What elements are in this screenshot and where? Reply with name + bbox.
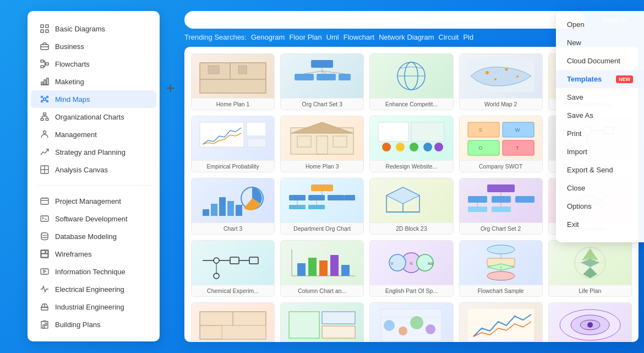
sidebar-item-database[interactable]: Database Modeling <box>31 227 156 245</box>
svg-text:S: S <box>479 127 482 133</box>
template-card-english-part[interactable]: NVAdj English Part Of Sp... <box>369 240 453 297</box>
template-card-2d-block-23[interactable]: 2D Block 23 <box>369 178 453 235</box>
right-panel-item-cloud-doc[interactable]: Cloud Document <box>556 52 644 70</box>
sidebar-item-basic-diagrams[interactable]: Basic Diagrams <box>31 20 156 37</box>
right-panel-item-open[interactable]: Open <box>556 15 644 34</box>
right-panel-item-templates[interactable]: TemplatesNEW <box>556 70 644 88</box>
template-card-enhance-competit[interactable]: Enhance Competit... <box>369 53 453 110</box>
sidebar-item-project-mgmt[interactable]: Project Management <box>31 192 156 210</box>
svg-rect-3 <box>46 30 48 32</box>
svg-marker-134 <box>386 187 419 204</box>
trending-item-flowchart[interactable]: Flowchart <box>343 33 374 41</box>
svg-rect-6 <box>41 60 43 62</box>
trending-item-pid[interactable]: Pid <box>463 33 473 41</box>
svg-rect-10 <box>41 82 43 85</box>
template-thumbnail <box>460 178 542 222</box>
svg-rect-192 <box>322 326 355 338</box>
sidebar-item-strategy[interactable]: Strategy and Planning <box>31 143 156 161</box>
right-panel-item-import[interactable]: Import <box>556 143 644 161</box>
add-button[interactable]: + <box>160 77 182 99</box>
right-panel-item-save-as[interactable]: Save As <box>556 106 644 124</box>
svg-point-196 <box>399 327 407 335</box>
svg-point-16 <box>41 101 43 102</box>
sidebar-item-info-tech[interactable]: Information Technique <box>31 263 156 280</box>
sidebar-item-org-charts[interactable]: Organizational Charts <box>31 108 156 126</box>
right-panel-item-new[interactable]: New <box>556 34 644 52</box>
right-panel-label: Open <box>567 20 585 29</box>
sidebar-top-section: Basic Diagrams Business Flowcharts Maket… <box>28 18 160 181</box>
sidebar-item-analysis[interactable]: Analysis Canvas <box>31 161 156 178</box>
right-panel-item-save[interactable]: Save <box>556 88 644 106</box>
sidebar-item-industrial[interactable]: Industrial Engineering <box>31 298 156 316</box>
template-card-redesign-website[interactable]: Redesign Website... <box>369 116 453 172</box>
svg-rect-166 <box>330 255 339 276</box>
template-card-home-plan-1[interactable]: Home Plan 1 <box>191 53 275 110</box>
template-card-org-chart-set3[interactable]: Org Chart Set 3 <box>280 53 364 110</box>
sidebar-item-marketing[interactable]: Maketing <box>31 73 156 90</box>
sidebar-item-label: Flowcharts <box>55 60 90 68</box>
sidebar-item-software-dev[interactable]: Software Development <box>31 210 156 227</box>
sidebar-item-management[interactable]: Management <box>31 126 156 143</box>
right-panel-item-print[interactable]: Print <box>556 124 644 143</box>
right-panel-item-export-send[interactable]: Export & Send <box>556 161 644 179</box>
template-card-flowchart-sample[interactable]: Flowchart Sample <box>459 240 543 297</box>
template-card-empirical-prob[interactable]: Empirical Probability <box>191 116 275 172</box>
sidebar-item-building[interactable]: Building Plans <box>31 316 156 333</box>
right-panel-item-exit[interactable]: Exit <box>556 215 644 233</box>
right-panel-item-options[interactable]: Options <box>556 197 644 215</box>
svg-point-97 <box>382 143 391 151</box>
trending-item-genogram[interactable]: Genogram <box>251 33 285 41</box>
svg-point-203 <box>587 322 593 328</box>
svg-rect-128 <box>344 195 355 200</box>
template-card-column-chart[interactable]: Column Chart an... <box>280 240 364 297</box>
template-card-misc2[interactable] <box>280 302 364 342</box>
svg-rect-102 <box>468 122 499 137</box>
template-thumbnail <box>281 54 363 98</box>
template-card-chem-experi[interactable]: Chemical Experim... <box>191 240 275 297</box>
trending-item-uml[interactable]: Uml <box>326 33 339 41</box>
template-card-life-plan[interactable]: Life Plan <box>548 240 632 297</box>
template-thumbnail <box>370 116 452 160</box>
template-card-chart-3[interactable]: Chart 3 <box>191 178 275 235</box>
plus-icon: + <box>166 80 175 96</box>
template-card-misc5[interactable] <box>548 302 632 342</box>
template-card-home-plan-3[interactable]: Home Plan 3 <box>280 116 364 172</box>
template-thumbnail <box>460 303 542 342</box>
template-card-misc1[interactable] <box>191 302 275 342</box>
svg-rect-138 <box>487 184 515 192</box>
template-card-dept-org-chart[interactable]: Department Org Chart <box>280 178 364 235</box>
chart-bar-icon <box>40 77 50 86</box>
template-card-misc4[interactable] <box>459 302 543 342</box>
sidebar-item-label: Electrical Engineering <box>55 285 124 294</box>
template-card-company-swot[interactable]: SWOT Company SWOT <box>459 116 543 172</box>
briefcase-icon <box>40 41 50 51</box>
svg-rect-123 <box>311 184 333 191</box>
svg-rect-119 <box>219 197 226 216</box>
svg-text:W: W <box>515 127 520 133</box>
sidebar-item-mind-maps[interactable]: Mind Maps <box>31 90 156 108</box>
template-card-misc3[interactable] <box>369 302 453 342</box>
sidebar-item-wireframes[interactable]: Wireframes <box>31 245 156 263</box>
svg-rect-7 <box>46 63 48 65</box>
sidebar-item-business[interactable]: Business <box>31 37 156 55</box>
svg-rect-167 <box>341 265 350 276</box>
svg-text:O: O <box>478 145 482 151</box>
template-thumbnail <box>192 178 274 222</box>
sidebar-item-label: Business <box>55 42 84 51</box>
trending-item-network-diagram[interactable]: Network Diagram <box>379 33 434 41</box>
sidebar-item-flowcharts[interactable]: Flowcharts <box>31 55 156 73</box>
trending-item-circuit[interactable]: Circuit <box>439 33 459 41</box>
search-input[interactable] <box>195 15 574 24</box>
svg-rect-88 <box>247 122 266 136</box>
svg-rect-141 <box>492 196 511 203</box>
sidebar-item-electrical[interactable]: Electrical Engineering <box>31 280 156 298</box>
svg-rect-54 <box>43 325 45 328</box>
analysis-icon <box>40 165 50 175</box>
svg-rect-118 <box>211 204 217 216</box>
svg-point-195 <box>384 320 395 331</box>
right-panel-item-close[interactable]: Close <box>556 179 644 197</box>
svg-point-177 <box>487 271 515 280</box>
template-card-world-map-2[interactable]: World Map 2 <box>459 53 543 110</box>
template-card-org-chart-set2[interactable]: Org Chart Set 2 <box>459 178 543 235</box>
trending-item-floor-plan[interactable]: Floor Plan <box>289 33 321 41</box>
